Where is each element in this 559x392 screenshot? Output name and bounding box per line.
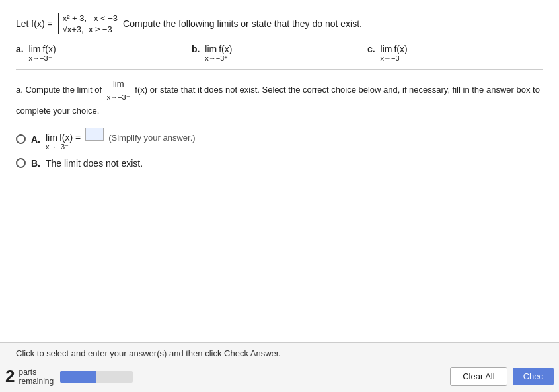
part-b: b. lim f(x) x→−3⁺: [192, 44, 367, 63]
progress-bar-fill: [60, 371, 96, 383]
choice-a-lim: lim: [46, 132, 57, 143]
main-content: Let f(x) = x² + 3, x < −3 √x+3, x ≥ −3 C…: [0, 0, 559, 169]
clear-all-button[interactable]: Clear All: [450, 367, 507, 386]
choice-b-radio[interactable]: [16, 158, 26, 168]
progress-bar-container: [60, 371, 133, 383]
choice-a-label: A.: [31, 134, 40, 145]
remaining-word: remaining: [19, 377, 54, 386]
parts-word: parts: [19, 368, 54, 377]
question-a-lim: lim: [113, 77, 124, 91]
part-c-fx: f(x): [394, 44, 407, 54]
part-b-letter: b.: [192, 44, 200, 54]
choice-b-label: B.: [31, 158, 40, 169]
part-a-fx: f(x): [42, 44, 56, 54]
parts-label-block: parts remaining: [19, 368, 54, 386]
piecewise-line1: x² + 3, x < −3: [63, 13, 118, 23]
choice-a-sub: x→−3⁻: [46, 143, 69, 151]
bottom-instruction: Click to select and enter your answer(s)…: [0, 343, 559, 362]
part-a-letter: a.: [16, 44, 24, 54]
answer-input-box[interactable]: [85, 128, 104, 141]
simplify-hint: (Simplify your answer.): [108, 133, 195, 143]
let-fx-label: Let f(x) =: [16, 19, 53, 29]
divider: [16, 69, 543, 70]
bottom-bar: Click to select and enter your answer(s)…: [0, 342, 559, 392]
parts-number: 2: [5, 366, 15, 387]
choice-a-fx: f(x) =: [59, 132, 81, 143]
part-c-sub: x→−3: [381, 54, 400, 62]
choice-b-row: B. The limit does not exist.: [16, 158, 543, 169]
parts-counter: 2 parts remaining: [5, 366, 137, 387]
question-a-sub: x→−3⁻: [107, 91, 130, 104]
part-b-fx: f(x): [219, 44, 232, 54]
choice-b-text: The limit does not exist.: [46, 158, 143, 169]
piecewise-line2: √x+3, x ≥ −3: [63, 24, 118, 34]
problem-statement: Let f(x) = x² + 3, x < −3 √x+3, x ≥ −3 C…: [16, 12, 543, 34]
part-a-sub: x→−3⁻: [29, 54, 52, 63]
question-a-block: a. Compute the limit of lim x→−3⁻ f(x) o…: [16, 77, 543, 118]
part-c: c. lim f(x) x→−3: [367, 44, 543, 63]
part-b-sub: x→−3⁺: [205, 54, 228, 63]
part-a: a. lim f(x) x→−3⁻: [16, 44, 192, 63]
parts-row: a. lim f(x) x→−3⁻ b. lim f(x) x→−3⁺ c.: [16, 44, 543, 63]
question-a-prefix: a. Compute the limit of: [16, 85, 102, 95]
compute-text: Compute the following limits or state th…: [123, 19, 362, 29]
part-b-lim: lim: [205, 44, 217, 54]
part-c-lim: lim: [381, 44, 392, 54]
part-a-lim: lim: [29, 44, 41, 54]
part-c-letter: c.: [367, 44, 375, 54]
check-answer-button[interactable]: Chec: [513, 368, 554, 385]
choice-a-radio[interactable]: [16, 134, 26, 144]
bottom-controls: 2 parts remaining Clear All Chec: [0, 362, 559, 392]
choices-block: A. lim f(x) = (Simplify your answer.) x→…: [16, 128, 543, 169]
choice-a-row: A. lim f(x) = (Simplify your answer.) x→…: [16, 128, 543, 151]
